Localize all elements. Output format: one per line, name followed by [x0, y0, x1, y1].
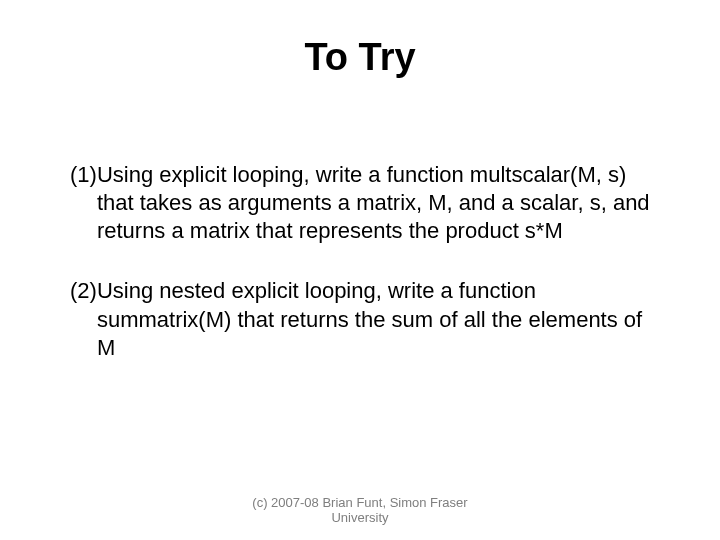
footer: (c) 2007-08 Brian Funt, Simon Fraser Uni…: [0, 495, 720, 526]
item-text: Using nested explicit looping, write a f…: [97, 277, 650, 361]
list-item: (2) Using nested explicit looping, write…: [70, 277, 650, 361]
item-number: (1): [70, 161, 97, 245]
item-number: (2): [70, 277, 97, 361]
footer-line: University: [0, 510, 720, 526]
item-text: Using explicit looping, write a function…: [97, 161, 650, 245]
slide-title: To Try: [70, 36, 650, 79]
footer-line: (c) 2007-08 Brian Funt, Simon Fraser: [0, 495, 720, 511]
list-item: (1) Using explicit looping, write a func…: [70, 161, 650, 245]
slide: To Try (1) Using explicit looping, write…: [0, 0, 720, 540]
